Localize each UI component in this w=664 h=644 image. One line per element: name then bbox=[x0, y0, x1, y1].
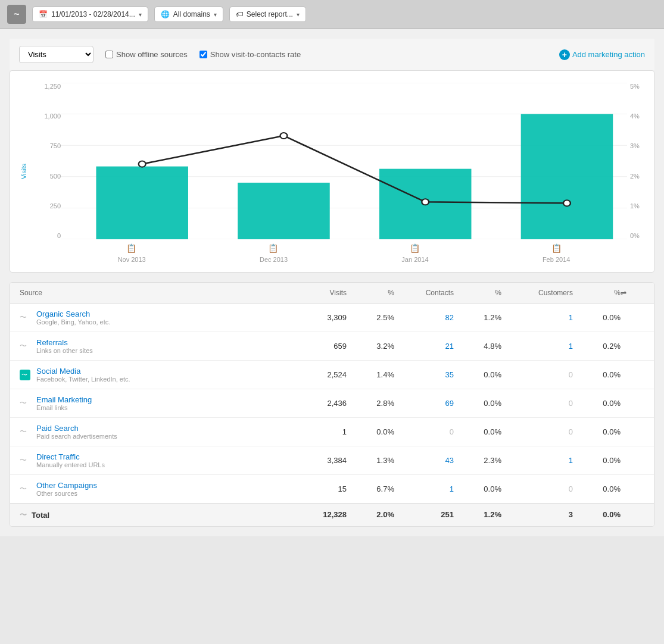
toolbar: ~ 📅 11/01/2013 - 02/28/2014... ▾ 🌐 All d… bbox=[0, 0, 664, 29]
chart-container: Visits 1,250 1,000 750 500 250 0 5% 4% 3… bbox=[10, 70, 654, 273]
visits-pct: 1.4% bbox=[347, 370, 394, 379]
customers-value[interactable]: 1 bbox=[501, 456, 573, 465]
calendar-icon[interactable]: 📋 bbox=[551, 243, 562, 253]
logo[interactable]: ~ bbox=[7, 5, 26, 24]
y-tick-right: 2% bbox=[630, 173, 648, 180]
source-cell: 〜 Email Marketing Email links bbox=[20, 395, 287, 411]
metric-select[interactable]: Visits Contacts Customers bbox=[19, 46, 93, 63]
y-tick-right: 5% bbox=[630, 83, 648, 90]
source-cell: 〜 Paid Search Paid search advertisements bbox=[20, 424, 287, 440]
th-contacts-pct: % bbox=[454, 289, 501, 297]
svg-point-13 bbox=[563, 200, 571, 206]
y-axis-right: 5% 4% 3% 2% 1% 0% bbox=[630, 83, 648, 239]
visits-pct: 2.5% bbox=[347, 313, 394, 322]
y-tick: 750 bbox=[40, 142, 61, 149]
add-marketing-action-button[interactable]: + Add marketing action bbox=[559, 49, 645, 60]
customers-pct: 0.0% bbox=[573, 456, 621, 465]
customers-pct: 0.2% bbox=[573, 342, 621, 351]
calendar-icon[interactable]: 📋 bbox=[268, 243, 278, 253]
source-sub: Manually entered URLs bbox=[36, 461, 105, 468]
offline-sources-checkbox[interactable]: Show offline sources bbox=[105, 50, 188, 59]
contacts-pct: 1.2% bbox=[454, 313, 501, 322]
source-info: Referrals Links on other sites bbox=[36, 338, 93, 354]
source-cell: 〜 Direct Traffic Manually entered URLs bbox=[20, 452, 287, 468]
th-filter: ⇌ bbox=[621, 289, 644, 297]
source-sub: Other sources bbox=[36, 490, 97, 497]
customers-value: 0 bbox=[501, 370, 573, 379]
source-name[interactable]: Paid Search bbox=[36, 424, 117, 433]
x-label: Jan 2014 bbox=[401, 256, 428, 263]
calendar-icon[interactable]: 📋 bbox=[410, 243, 420, 253]
date-range-picker[interactable]: 📅 11/01/2013 - 02/28/2014... ▾ bbox=[32, 7, 148, 22]
source-name[interactable]: Referrals bbox=[36, 338, 93, 347]
visits-value: 15 bbox=[287, 484, 347, 493]
source-info: Social Media Facebook, Twitter, LinkedIn… bbox=[36, 367, 130, 383]
add-marketing-action-label: Add marketing action bbox=[572, 50, 645, 59]
total-visits-pct: 2.0% bbox=[347, 510, 394, 520]
source-name[interactable]: Direct Traffic bbox=[36, 452, 105, 461]
th-visits: Visits bbox=[287, 289, 347, 297]
chevron-down-icon: ▾ bbox=[139, 11, 142, 18]
source-name[interactable]: Other Campaigns bbox=[36, 481, 97, 490]
contacts-value[interactable]: 1 bbox=[394, 484, 454, 493]
sparkline-icon[interactable]: 〜 bbox=[20, 484, 30, 495]
source-name[interactable]: Organic Search bbox=[36, 310, 110, 318]
source-cell: 〜 Organic Search Google, Bing, Yahoo, et… bbox=[20, 310, 287, 326]
svg-rect-6 bbox=[96, 167, 188, 239]
contacts-value[interactable]: 69 bbox=[394, 399, 454, 408]
total-label: 〜 Total bbox=[20, 510, 287, 520]
visits-value: 3,384 bbox=[287, 456, 347, 465]
calendar-icon[interactable]: 📋 bbox=[126, 243, 136, 253]
y-tick: 1,000 bbox=[40, 112, 61, 120]
sparkline-icon[interactable]: 〜 bbox=[20, 398, 30, 409]
contacts-value[interactable]: 43 bbox=[394, 456, 454, 465]
data-table: Source Visits % Contacts % Customers % ⇌… bbox=[10, 282, 654, 527]
offline-sources-input[interactable] bbox=[105, 51, 113, 58]
sparkline-icon[interactable]: 〜 bbox=[20, 341, 30, 352]
source-name[interactable]: Email Marketing bbox=[36, 395, 92, 404]
source-info: Paid Search Paid search advertisements bbox=[36, 424, 117, 440]
y-tick-right: 1% bbox=[630, 202, 648, 210]
total-sparkline-icon: 〜 bbox=[20, 510, 27, 520]
visit-rate-checkbox[interactable]: Show visit-to-contacts rate bbox=[199, 50, 301, 59]
chart-svg-area bbox=[61, 83, 627, 239]
customers-value[interactable]: 1 bbox=[501, 342, 573, 351]
sparkline-icon[interactable]: 〜 bbox=[20, 312, 30, 323]
source-name[interactable]: Social Media bbox=[36, 367, 130, 376]
x-label: Dec 2013 bbox=[260, 256, 288, 263]
sparkline-icon[interactable]: 〜 bbox=[20, 370, 30, 380]
svg-point-12 bbox=[422, 199, 429, 205]
svg-rect-7 bbox=[238, 183, 330, 239]
contacts-value[interactable]: 35 bbox=[394, 370, 454, 379]
contacts-pct: 0.0% bbox=[454, 427, 501, 436]
contacts-pct: 0.0% bbox=[454, 484, 501, 493]
visits-pct: 2.8% bbox=[347, 399, 394, 408]
y-axis-label: Visits bbox=[20, 164, 27, 179]
source-sub: Email links bbox=[36, 404, 92, 411]
sparkline-icon[interactable]: 〜 bbox=[20, 427, 30, 437]
table-row: 〜 Email Marketing Email links 2,436 2.8%… bbox=[10, 389, 654, 418]
offline-sources-label: Show offline sources bbox=[116, 50, 188, 59]
y-tick: 250 bbox=[40, 202, 61, 210]
filter-icon[interactable]: ⇌ bbox=[621, 289, 626, 297]
customers-pct: 0.0% bbox=[573, 313, 621, 322]
source-cell: 〜 Social Media Facebook, Twitter, Linked… bbox=[20, 367, 287, 383]
domain-picker[interactable]: 🌐 All domains ▾ bbox=[154, 7, 223, 22]
sparkline-icon[interactable]: 〜 bbox=[20, 455, 30, 466]
total-customers: 3 bbox=[501, 510, 573, 520]
controls-bar: Visits Contacts Customers Show offline s… bbox=[10, 39, 654, 70]
visits-pct: 6.7% bbox=[347, 484, 394, 493]
visits-value: 3,309 bbox=[287, 313, 347, 322]
main-content: Visits Contacts Customers Show offline s… bbox=[0, 29, 664, 536]
report-picker[interactable]: 🏷 Select report... ▾ bbox=[229, 7, 306, 22]
table-footer: 〜 Total 12,328 2.0% 251 1.2% 3 0.0% bbox=[10, 504, 654, 526]
x-axis-labels: Nov 2013 Dec 2013 Jan 2014 Feb 2014 bbox=[61, 256, 627, 263]
report-label: Select report... bbox=[247, 10, 293, 18]
visit-rate-input[interactable] bbox=[199, 51, 207, 58]
table-row: 〜 Organic Search Google, Bing, Yahoo, et… bbox=[10, 304, 654, 332]
customers-value[interactable]: 1 bbox=[501, 313, 573, 322]
source-sub: Paid search advertisements bbox=[36, 433, 117, 440]
total-customers-pct: 0.0% bbox=[573, 510, 621, 520]
contacts-value[interactable]: 21 bbox=[394, 342, 454, 351]
contacts-value[interactable]: 82 bbox=[394, 313, 454, 322]
